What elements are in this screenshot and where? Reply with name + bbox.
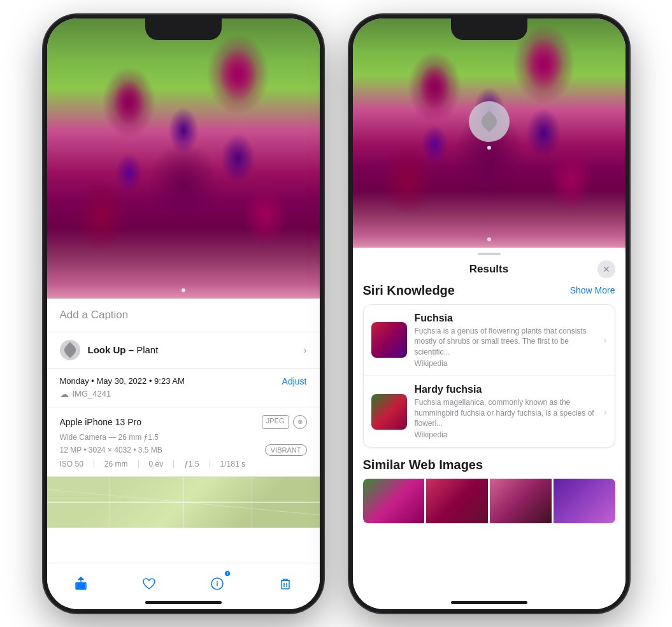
fuchsia-description: Fuchsia is a genus of flowering plants t…: [415, 326, 596, 358]
photo-display-2[interactable]: [353, 18, 626, 248]
similar-images-grid[interactable]: [363, 479, 615, 523]
lookup-icon: [60, 340, 80, 360]
sheet-title: Results: [469, 263, 508, 276]
share-button[interactable]: [68, 571, 94, 596]
close-button[interactable]: ✕: [597, 260, 615, 278]
info-button[interactable]: i i: [204, 571, 230, 596]
sheet-content[interactable]: Siri Knowledge Show More Fuchsia Fuchsia…: [353, 283, 626, 609]
location-icon: ⊕: [293, 415, 307, 429]
siri-knowledge-title: Siri Knowledge: [363, 283, 455, 298]
chevron-right-icon-2: ›: [604, 407, 607, 417]
hardy-thumbnail: [371, 394, 407, 430]
similar-title: Similar Web Images: [363, 458, 615, 472]
fuchsia-thumbnail: [371, 322, 407, 358]
phone-2: Results ✕ Siri Knowledge Show More: [349, 15, 629, 613]
home-indicator-2: [451, 601, 527, 604]
device-name: Apple iPhone 13 Pro: [60, 417, 141, 427]
caption-area[interactable]: Add a Caption: [47, 299, 320, 332]
adjust-button[interactable]: Adjust: [282, 376, 307, 386]
similar-image-3[interactable]: [490, 479, 552, 523]
photo-date: Monday • May 30, 2022 • 9:23 AM: [60, 376, 185, 386]
file-size-info: 12 MP • 3024 × 4032 • 3.5 MB: [60, 446, 162, 454]
leaf-search-icon: [478, 111, 500, 132]
similar-section: Similar Web Images: [363, 458, 615, 523]
info-badge-dot: i: [224, 570, 231, 577]
favorite-button[interactable]: [136, 571, 162, 596]
exif-iso: ISO 50: [60, 460, 83, 468]
results-sheet: Results ✕ Siri Knowledge Show More: [353, 248, 626, 609]
lookup-row[interactable]: Look Up – Plant ›: [47, 332, 320, 369]
hardy-source: Wikipedia: [415, 430, 596, 439]
sheet-header: Results ✕: [353, 260, 626, 283]
fuchsia-source: Wikipedia: [415, 359, 596, 368]
map-section[interactable]: [47, 477, 320, 528]
cloud-icon: ☁: [60, 389, 69, 399]
sheet-handle: [478, 253, 501, 255]
hardy-name: Hardy fuchsia: [415, 384, 596, 395]
filename: IMG_4241: [73, 389, 111, 398]
chevron-right-icon: ›: [304, 345, 307, 355]
fuchsia-text: Fuchsia Fuchsia is a genus of flowering …: [415, 313, 596, 368]
caption-placeholder: Add a Caption: [60, 309, 129, 321]
similar-image-2[interactable]: [426, 479, 488, 523]
exif-mm: 26 mm: [104, 460, 128, 468]
exif-shutter: 1/181 s: [220, 460, 245, 468]
photo-display[interactable]: [47, 18, 320, 299]
phone-1: Add a Caption Look Up – Plant › Monday •…: [43, 15, 324, 613]
lookup-label: Look Up – Plant: [88, 344, 159, 355]
exif-ev: 0 ev: [149, 460, 164, 468]
notch: [145, 18, 222, 40]
svg-rect-9: [282, 581, 289, 589]
leaf-icon: [62, 342, 78, 358]
vibrant-badge: VIBRANT: [265, 444, 307, 456]
exif-aperture: ƒ1.5: [184, 460, 199, 468]
format-badge: JPEG: [262, 415, 289, 429]
hardy-text: Hardy fuchsia Fuchsia magellanica, commo…: [415, 384, 596, 439]
home-indicator: [145, 601, 222, 604]
camera-info: Wide Camera — 26 mm ƒ1.5: [60, 433, 307, 442]
similar-image-1[interactable]: [363, 479, 425, 523]
similar-image-4[interactable]: [554, 479, 615, 523]
delete-button[interactable]: [273, 571, 298, 596]
page-dot-2: [487, 237, 491, 241]
page-dot: [182, 288, 185, 292]
svg-text:i: i: [216, 580, 218, 588]
hardy-description: Fuchsia magellanica, commonly known as t…: [415, 397, 596, 429]
vs-indicator-dot: [487, 146, 491, 150]
knowledge-item-fuchsia[interactable]: Fuchsia Fuchsia is a genus of flowering …: [364, 305, 615, 376]
notch-2: [451, 18, 527, 40]
visual-search-bubble[interactable]: [469, 101, 510, 142]
fuchsia-name: Fuchsia: [415, 313, 596, 324]
chevron-right-icon-1: ›: [604, 335, 607, 345]
knowledge-card: Fuchsia Fuchsia is a genus of flowering …: [363, 304, 615, 448]
metadata-section: Monday • May 30, 2022 • 9:23 AM Adjust ☁…: [47, 369, 320, 407]
knowledge-item-hardy[interactable]: Hardy fuchsia Fuchsia magellanica, commo…: [364, 376, 615, 447]
device-section: Apple iPhone 13 Pro JPEG ⊕ Wide Camera —…: [47, 407, 320, 477]
show-more-button[interactable]: Show More: [570, 285, 615, 295]
